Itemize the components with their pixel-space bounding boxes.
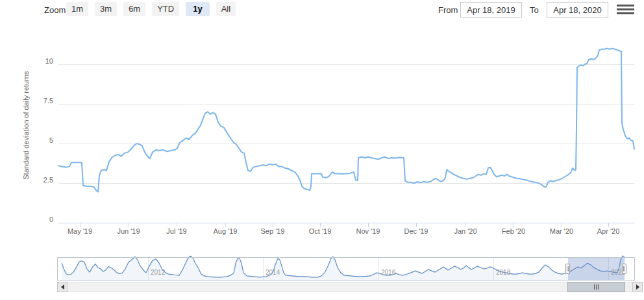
x-axis-label: Apr '20 (597, 227, 620, 235)
navigator-year-label: 2012 (151, 269, 165, 276)
x-axis-label: Mar '20 (550, 227, 573, 235)
x-axis-label: Feb '20 (502, 227, 525, 235)
scrollbar-track[interactable] (57, 282, 643, 292)
y-axis-label-7.5: 7.5 (0, 97, 53, 105)
x-axis-label: Jun '19 (117, 227, 140, 235)
x-axis-label: Jan '20 (454, 227, 477, 235)
x-axis-label: May '19 (68, 227, 92, 235)
x-axis-label: Aug '19 (214, 227, 238, 235)
navigator-handle-left[interactable] (565, 264, 570, 274)
navigator-year-label: 2016 (381, 269, 395, 276)
volatility-chart-app: Zoom 1m3m6mYTD1yAll From To Standard dev… (0, 0, 644, 300)
x-axis-label: Sep '19 (261, 227, 285, 235)
navigator-year-label: 2018 (496, 269, 510, 276)
y-axis-label-5: 5 (0, 136, 53, 144)
scrollbar-left-arrow-icon[interactable] (57, 282, 68, 292)
x-axis-label: Jul '19 (166, 227, 186, 235)
x-axis-label: Dec '19 (404, 227, 428, 235)
y-axis-label-10: 10 (0, 57, 53, 65)
scrollbar-right-arrow-icon[interactable] (632, 282, 643, 292)
scrollbar-thumb[interactable] (567, 282, 625, 292)
navigator-handle-right[interactable] (622, 264, 626, 274)
navigator-year-label: 2014 (266, 269, 280, 276)
y-axis-label-2.5: 2.5 (0, 176, 53, 184)
main-chart[interactable] (0, 0, 644, 300)
y-axis-label-0: 0 (0, 216, 53, 223)
navigator-area (62, 256, 625, 280)
x-axis-label: Oct '19 (309, 227, 332, 235)
x-axis-label: Nov '19 (356, 227, 380, 235)
series-line (58, 49, 634, 192)
